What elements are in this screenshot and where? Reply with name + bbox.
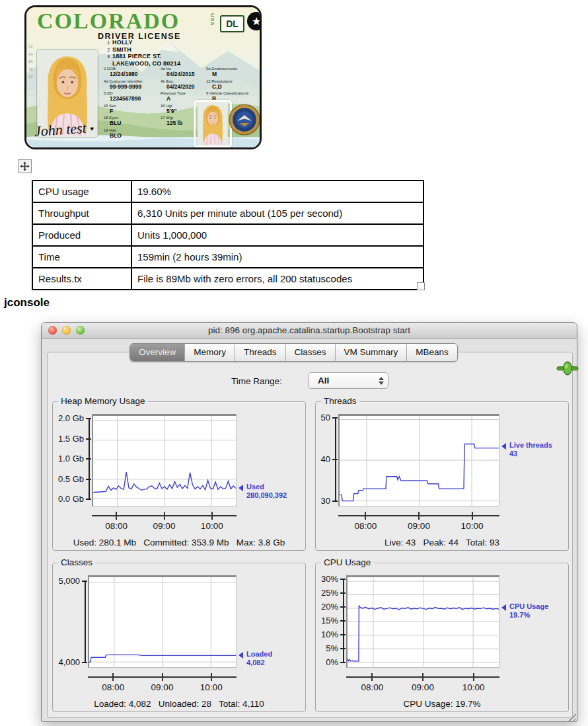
chart-plot (346, 575, 499, 668)
portrait-photo-small (194, 100, 232, 147)
license-fields-column-3: 9a EndorsementsM 12 RestrictionsC,D 9 Ve… (206, 67, 248, 104)
move-icon (20, 161, 30, 171)
chart-summary: Loaded: 4,082 Unloaded: 28 Total: 4,110 (53, 699, 305, 709)
classes-group: Classes 5,0004,000 08:0009:0010:00 Loade… (52, 563, 306, 712)
table-row: CPU usage19.60% (32, 181, 423, 202)
stat-value: 159min (2 hours 39min) (131, 246, 423, 268)
time-range-select[interactable]: All (308, 372, 388, 389)
tab-vm-summary[interactable]: VM Summary (336, 344, 408, 361)
tab-overview[interactable]: Overview (130, 344, 185, 361)
window-titlebar[interactable]: pid: 896 org.apache.catalina.startup.Boo… (42, 323, 577, 339)
y-axis: 504030 (318, 407, 338, 537)
x-axis: 08:0009:0010:00 (346, 673, 499, 698)
marker-arrow-icon (501, 604, 506, 611)
table-row: Time159min (2 hours 39min) (32, 246, 423, 268)
window-body: Overview Memory Threads Classes VM Summa… (42, 339, 577, 723)
heap-memory-group: Heap Memory Usage 2.0 Gb1.5 Gb1.0 Gb0.5 … (52, 401, 306, 551)
connection-status-icon (556, 360, 579, 376)
drivers-license-card: COLORADO USA DL ★ DRIVER LICENSE 1234567… (24, 5, 262, 149)
group-title: Threads (321, 396, 359, 406)
jconsole-window: pid: 896 org.apache.catalina.startup.Boo… (41, 322, 577, 722)
field-dob: 3 DOB12/24/1980 (104, 67, 143, 79)
x-axis: 08:0009:0010:00 (92, 512, 237, 537)
page: COLORADO USA DL ★ DRIVER LICENSE 1234567… (0, 0, 588, 726)
field-expires: 4b Exp.04/24/2020 (161, 79, 195, 92)
tab-classes[interactable]: Classes (286, 344, 336, 361)
state-seal-icon (229, 104, 260, 136)
group-title: Heap Memory Usage (58, 396, 148, 406)
field-eyes: 18 EyesBLU (104, 116, 143, 128)
y-axis: 30%25%20%15%10%5%0% (318, 569, 346, 698)
license-fields-column-2: 4a Iss04/24/2015 4b Exp.04/24/2020 Previ… (161, 67, 195, 128)
field-previous-type: Previous TypeA (161, 91, 195, 104)
name-row: 2SMITH (104, 46, 180, 54)
marker-arrow-icon (239, 652, 243, 659)
address-row: 81881 PIERCE ST. (104, 53, 180, 60)
stat-label: Produced (32, 224, 131, 246)
stepper-icon (379, 377, 384, 385)
chart-summary: Live: 43 Peak: 44 Total: 93 (316, 538, 568, 547)
y-axis: 2.0 Gb1.5 Gb1.0 Gb0.5 Gb0.0 Gb (55, 407, 92, 537)
tab-threads[interactable]: Threads (235, 344, 286, 361)
field-height: 16 Hgt5'9" (161, 104, 195, 116)
chart-plot (92, 414, 237, 506)
state-name: COLORADO (37, 9, 180, 34)
dl-badge: DL (220, 15, 244, 32)
field-restrictions: 12 RestrictionsC,D (206, 79, 248, 92)
cpu-usage-group: CPU Usage 30%25%20%15%10%5%0% 08:0009:00… (315, 563, 569, 712)
stat-value: Units 1,000,000 (131, 224, 423, 246)
field-sex: 15 SexF (104, 104, 143, 116)
name-address-block: 1HOLLY 2SMITH 81881 PIERCE ST. LAKEWOOD,… (104, 39, 180, 67)
license-fields-column-1: 3 DOB12/24/1980 4d Customer identifier99… (104, 67, 143, 141)
x-axis: 08:0009:0010:00 (88, 673, 237, 698)
series-marker: CPU Usage19.7% (501, 602, 548, 620)
field-weight: 17 Wgt125 lb (161, 116, 195, 128)
series-marker: Used280,090,392 (239, 483, 287, 500)
field-dd: 5 DD1234567890 (104, 91, 143, 104)
stat-value: 19.60% (131, 181, 423, 202)
chart-summary: Used: 280.1 Mb Committed: 353.9 Mb Max: … (53, 538, 305, 547)
star-emblem-icon: ★ (247, 12, 262, 30)
x-axis: 08:0009:0010:00 (338, 512, 499, 537)
stat-label: Results.tx (32, 268, 131, 290)
field-issued: 4a Iss04/24/2015 (161, 67, 195, 79)
table-resize-handle[interactable] (417, 282, 425, 290)
chart-summary: CPU Usage: 19.7% (316, 699, 568, 709)
tab-mbeans[interactable]: MBeans (407, 344, 457, 361)
y-axis: 5,0004,000 (55, 569, 88, 698)
stat-label: CPU usage (32, 181, 131, 202)
usa-label: USA (209, 13, 215, 26)
move-handle-button[interactable] (18, 159, 32, 173)
table-row: Results.txFile is 89Mb with zero errors,… (32, 268, 423, 290)
group-title: Classes (58, 557, 95, 567)
table-row: ProducedUnits 1,000,000 (32, 224, 423, 246)
chart-plot (338, 414, 499, 506)
stats-table: CPU usage19.60% Throughput6,310 Units pe… (32, 180, 424, 290)
jconsole-heading: jconsole (4, 296, 50, 309)
group-title: CPU Usage (321, 557, 373, 567)
stat-label: Throughput (32, 202, 131, 224)
series-marker: Loaded4,082 (239, 650, 272, 667)
time-range-label: Time Range: (231, 376, 282, 386)
tab-bar: Overview Memory Threads Classes VM Summa… (129, 343, 458, 362)
marker-arrow-icon (501, 443, 506, 450)
marker-arrow-icon (239, 485, 243, 491)
series-marker: Live threads43 (501, 441, 552, 458)
window-title: pid: 896 org.apache.catalina.startup.Boo… (42, 323, 577, 338)
stat-value: File is 89Mb with zero errors, all 200 s… (131, 268, 423, 290)
chart-plot (88, 575, 237, 668)
field-endorsements: 9a EndorsementsM (206, 67, 248, 79)
heart-icon: ♥ (90, 125, 94, 132)
field-customer-id: 4d Customer identifier99-999-9999 (104, 79, 143, 92)
threads-group: Threads 504030 08:0009:0010:00 Live thre… (315, 401, 569, 551)
time-range-value: All (318, 376, 329, 385)
field-hair: 19 HairBLO (104, 128, 143, 141)
name-row: 1HOLLY (104, 39, 180, 46)
table-row: Throughput6,310 Units per minute about (… (32, 202, 423, 224)
tab-memory[interactable]: Memory (185, 344, 235, 361)
edge-ruler-digits: 1234567890 (28, 43, 33, 81)
stat-value: 6,310 Units per minute about (105 per se… (131, 202, 423, 224)
stat-label: Time (32, 246, 131, 268)
address-row: LAKEWOOD, CO 80214 (104, 60, 180, 67)
